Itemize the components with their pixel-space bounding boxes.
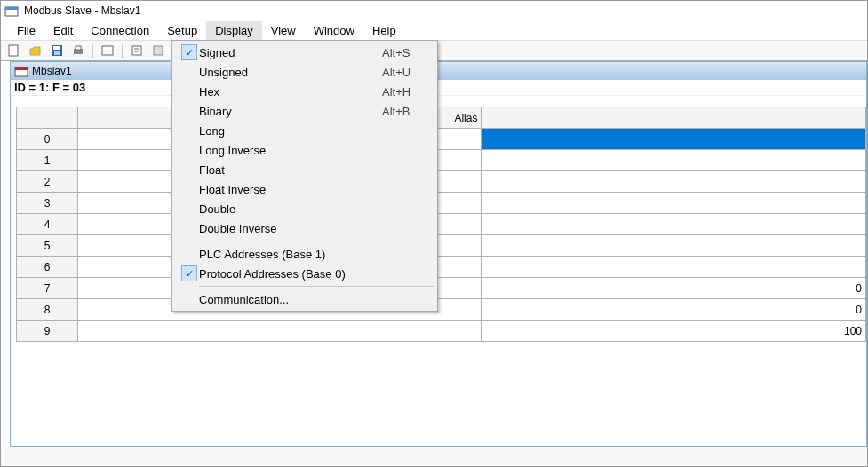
- toolbar-open-button[interactable]: [26, 42, 45, 59]
- display-dropdown: ✓ Signed Alt+S Unsigned Alt+U Hex Alt+H …: [171, 40, 438, 312]
- row-index[interactable]: 0: [17, 129, 78, 150]
- table-row[interactable]: 0: [17, 129, 866, 150]
- toolbar-new-button[interactable]: [4, 42, 24, 59]
- dd-plc-addresses[interactable]: PLC Addresses (Base 1): [174, 244, 435, 264]
- sub-window-title: Mbslav1: [32, 65, 72, 77]
- menu-display[interactable]: Display: [206, 21, 262, 40]
- menu-view[interactable]: View: [262, 21, 305, 40]
- alias-cell[interactable]: [78, 321, 482, 342]
- row-index[interactable]: 4: [17, 214, 78, 235]
- row-index[interactable]: 3: [17, 193, 78, 214]
- svg-rect-13: [154, 46, 163, 55]
- register-table: Alias 012345670809100: [16, 107, 866, 342]
- svg-rect-6: [54, 51, 60, 55]
- dd-float[interactable]: Float: [174, 160, 435, 179]
- dd-communication[interactable]: Communication...: [174, 289, 435, 309]
- toolbar-separator: [122, 44, 123, 58]
- menu-window[interactable]: Window: [305, 21, 363, 40]
- sub-window: Mbslav1 ID = 1: F = 03 Alias 01234567080…: [10, 61, 867, 447]
- svg-rect-1: [5, 7, 18, 10]
- value-cell[interactable]: [482, 214, 866, 235]
- dd-long-inverse[interactable]: Long Inverse: [174, 140, 435, 160]
- check-icon: ✓: [179, 265, 199, 281]
- value-cell[interactable]: [482, 150, 866, 171]
- row-index[interactable]: 2: [17, 171, 78, 193]
- toolbar-separator: [92, 44, 93, 58]
- toolbar-save-button[interactable]: [47, 42, 67, 59]
- row-index[interactable]: 5: [17, 235, 78, 257]
- row-index[interactable]: 9: [17, 321, 78, 342]
- table-row[interactable]: 2: [17, 171, 866, 193]
- svg-rect-9: [102, 46, 113, 55]
- menu-edit[interactable]: Edit: [44, 21, 82, 40]
- value-cell[interactable]: [482, 257, 866, 278]
- title-bar: Modbus Slave - Mbslav1: [1, 1, 867, 20]
- table-row[interactable]: 3: [17, 193, 866, 214]
- row-index[interactable]: 7: [17, 278, 78, 299]
- value-cell[interactable]: 0: [482, 299, 866, 321]
- value-cell[interactable]: [482, 171, 866, 193]
- menu-help[interactable]: Help: [363, 21, 405, 40]
- toolbar-config-button[interactable]: [148, 42, 168, 59]
- table-row[interactable]: 1: [17, 150, 866, 171]
- dd-protocol-addresses[interactable]: ✓ Protocol Addresses (Base 0): [174, 264, 435, 283]
- svg-rect-8: [76, 46, 81, 50]
- row-index[interactable]: 6: [17, 257, 78, 278]
- value-cell[interactable]: 100: [482, 321, 866, 342]
- table-row[interactable]: 4: [17, 214, 866, 235]
- svg-rect-5: [53, 46, 60, 50]
- menu-bar: File Edit Connection Setup Display View …: [1, 20, 867, 40]
- table-row[interactable]: 70: [17, 278, 866, 299]
- dd-long[interactable]: Long: [174, 121, 435, 140]
- toolbar-list-button[interactable]: [127, 42, 147, 59]
- status-line: ID = 1: F = 03: [11, 80, 866, 96]
- menu-setup[interactable]: Setup: [158, 21, 206, 40]
- value-cell[interactable]: 0: [482, 278, 866, 299]
- dd-hex[interactable]: Hex Alt+H: [174, 82, 435, 101]
- dropdown-separator: [199, 286, 434, 287]
- dd-signed[interactable]: ✓ Signed Alt+S: [174, 43, 435, 62]
- toolbar-window-button[interactable]: [98, 42, 117, 59]
- menu-connection[interactable]: Connection: [82, 21, 158, 40]
- value-cell[interactable]: [482, 193, 866, 214]
- svg-rect-15: [15, 67, 28, 70]
- dd-unsigned[interactable]: Unsigned Alt+U: [174, 62, 435, 82]
- dropdown-separator: [199, 241, 434, 241]
- toolbar-print-button[interactable]: [68, 42, 88, 59]
- col-value-header: [482, 107, 866, 129]
- app-icon: [4, 4, 19, 17]
- sub-window-icon: [14, 65, 28, 77]
- dd-binary[interactable]: Binary Alt+B: [174, 101, 435, 121]
- dd-double[interactable]: Double: [174, 199, 435, 218]
- table-row[interactable]: 5: [17, 235, 866, 257]
- value-cell[interactable]: [482, 129, 866, 150]
- status-bar: [1, 447, 867, 466]
- col-index-header: [17, 107, 78, 129]
- table-row[interactable]: 9100: [17, 321, 866, 342]
- table-row[interactable]: 6: [17, 257, 866, 278]
- app-title: Modbus Slave - Mbslav1: [24, 4, 140, 17]
- menu-file[interactable]: File: [8, 21, 44, 40]
- svg-rect-3: [9, 45, 18, 56]
- svg-rect-10: [132, 46, 141, 55]
- check-icon: ✓: [179, 44, 199, 60]
- dd-float-inverse[interactable]: Float Inverse: [174, 179, 435, 199]
- sub-window-title-bar[interactable]: Mbslav1: [11, 62, 866, 80]
- value-cell[interactable]: [482, 235, 866, 257]
- svg-rect-2: [7, 12, 16, 12]
- row-index[interactable]: 8: [17, 299, 78, 321]
- table-row[interactable]: 80: [17, 299, 866, 321]
- dd-double-inverse[interactable]: Double Inverse: [174, 218, 435, 238]
- row-index[interactable]: 1: [17, 150, 78, 171]
